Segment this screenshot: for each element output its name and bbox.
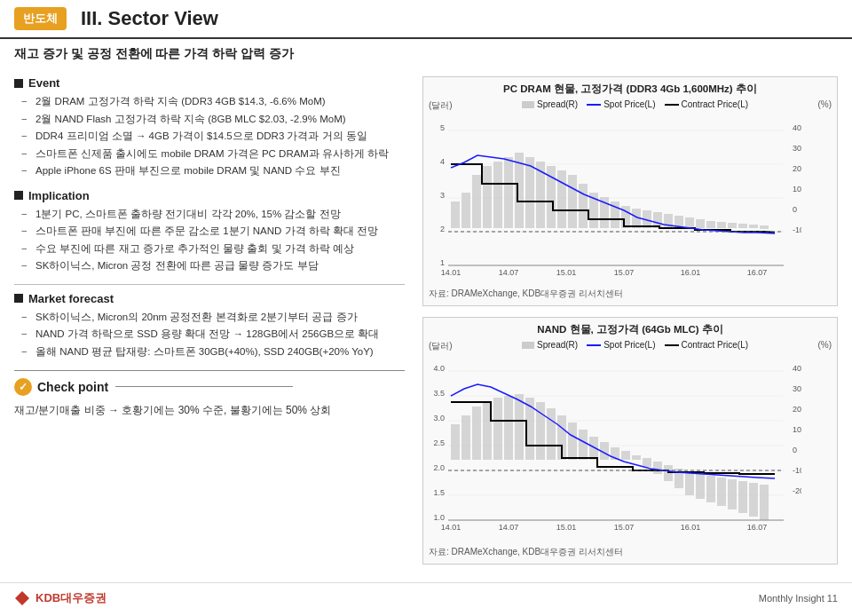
svg-text:0: 0 xyxy=(793,446,797,454)
list-item: 수요 부진에 따른 재고 증가로 추가적인 물량 출회 및 가격 하락 예상 xyxy=(21,241,405,258)
chart2-y-right-label: (%) xyxy=(817,340,832,350)
svg-rect-94 xyxy=(653,462,662,474)
chart1-source: 자료: DRAMeXchange, KDB대우증권 리서치센터 xyxy=(429,288,832,300)
legend-spread2-box xyxy=(522,342,534,349)
svg-rect-44 xyxy=(749,225,758,228)
svg-text:5: 5 xyxy=(440,123,445,132)
legend-spot-line xyxy=(587,104,601,106)
svg-text:1.0: 1.0 xyxy=(433,513,445,522)
svg-text:16.07: 16.07 xyxy=(747,268,768,277)
svg-text:4.0: 4.0 xyxy=(433,364,445,373)
chart1-svg: 5 4 3 2 1 40 30 20 10 0 -10 xyxy=(429,113,801,281)
svg-text:4: 4 xyxy=(440,157,445,166)
divider xyxy=(14,284,405,285)
svg-rect-92 xyxy=(632,455,641,460)
legend-item-spread2: Spread(R) xyxy=(522,340,578,350)
svg-rect-19 xyxy=(483,166,492,228)
check-point-title: ✓ Check point xyxy=(14,378,405,396)
svg-text:-10: -10 xyxy=(793,466,801,475)
svg-marker-113 xyxy=(15,591,29,605)
svg-rect-28 xyxy=(579,184,588,228)
svg-rect-26 xyxy=(557,170,566,228)
legend-item-spot2: Spot Price(L) xyxy=(587,340,655,350)
list-item: Apple iPhone 6S 판매 부진으로 mobile DRAM 및 NA… xyxy=(21,162,405,180)
list-item: 스마트폰 신제품 출시에도 mobile DRAM 가격은 PC DRAM과 유… xyxy=(21,146,405,163)
svg-text:10: 10 xyxy=(793,185,801,193)
legend-item-contract: Contract Price(L) xyxy=(665,99,749,109)
check-point-section: ✓ Check point 재고/분기매출 비중 → 호황기에는 30% 수준,… xyxy=(14,370,405,419)
list-item: 2월 DRAM 고정가격 하락 지속 (DDR3 4GB $14.3, -6.6… xyxy=(21,93,405,111)
legend-item-spread: Spread(R) xyxy=(522,99,578,109)
svg-text:16.01: 16.01 xyxy=(681,268,701,277)
svg-rect-27 xyxy=(568,175,577,228)
chart1-y-left-label: (달러) xyxy=(429,99,453,112)
svg-rect-40 xyxy=(706,221,715,228)
implication-square-icon xyxy=(14,191,23,200)
chart2-y-left-label: (달러) xyxy=(429,340,453,352)
chart2-box: NAND 현물, 고정가격 (64Gb MLC) 추이 (달러) Spread(… xyxy=(422,317,838,565)
svg-rect-17 xyxy=(462,193,470,228)
svg-rect-79 xyxy=(493,398,502,460)
svg-rect-101 xyxy=(728,479,737,509)
svg-rect-102 xyxy=(738,481,747,513)
left-column: Event 2월 DRAM 고정가격 하락 지속 (DDR3 4GB $14.3… xyxy=(14,76,405,575)
svg-text:-10: -10 xyxy=(793,225,801,234)
event-list: 2월 DRAM 고정가격 하락 지속 (DDR3 4GB $14.3, -6.6… xyxy=(14,93,405,180)
svg-rect-38 xyxy=(685,217,694,228)
svg-text:14.01: 14.01 xyxy=(441,523,462,532)
legend-item-contract2: Contract Price(L) xyxy=(665,340,749,350)
implication-section: Implication 1분기 PC, 스마트폰 출하량 전기대비 각각 20%… xyxy=(14,189,405,275)
list-item: 올해 NAND 평균 탑재량: 스마트폰 30GB(+40%), SSD 240… xyxy=(21,344,405,361)
legend-item-spot: Spot Price(L) xyxy=(587,99,655,109)
event-title: Event xyxy=(14,76,405,90)
legend-spread2-label: Spread(R) xyxy=(537,340,578,350)
svg-text:10: 10 xyxy=(793,425,801,434)
svg-rect-84 xyxy=(547,408,556,460)
list-item: SK하이닉스, Micron 공정 전환에 따른 공급 물량 증가도 부담 xyxy=(21,257,405,275)
svg-text:16.07: 16.07 xyxy=(747,523,768,532)
svg-rect-87 xyxy=(579,430,588,460)
svg-text:3.5: 3.5 xyxy=(433,389,445,398)
legend-spot2-label: Spot Price(L) xyxy=(604,340,655,350)
svg-text:20: 20 xyxy=(793,405,801,414)
header: 반도체 III. Sector View xyxy=(0,0,852,39)
svg-text:15.01: 15.01 xyxy=(556,268,577,277)
market-forecast-title: Market forecast xyxy=(14,292,405,305)
legend-contract2-line xyxy=(665,344,679,346)
svg-rect-86 xyxy=(568,423,577,460)
market-forecast-list: SK하이닉스, Micron의 20nm 공정전환 본격화로 2분기부터 공급 … xyxy=(14,309,405,361)
legend-spot-label: Spot Price(L) xyxy=(604,99,655,109)
svg-text:1: 1 xyxy=(440,258,445,267)
svg-text:15.01: 15.01 xyxy=(556,523,577,532)
list-item: SK하이닉스, Micron의 20nm 공정전환 본격화로 2분기부터 공급 … xyxy=(21,309,405,327)
chart2-legend: Spread(R) Spot Price(L) Contract Price(L… xyxy=(522,340,748,350)
svg-rect-77 xyxy=(472,407,481,460)
svg-rect-20 xyxy=(493,162,502,228)
header-title: III. Sector View xyxy=(81,7,218,30)
svg-text:14.07: 14.07 xyxy=(499,523,519,532)
svg-rect-99 xyxy=(706,476,715,502)
svg-rect-103 xyxy=(749,483,758,517)
svg-rect-76 xyxy=(462,415,470,460)
svg-rect-18 xyxy=(472,175,481,228)
legend-spread-box xyxy=(522,101,534,108)
svg-text:16.01: 16.01 xyxy=(681,523,701,532)
svg-text:2.0: 2.0 xyxy=(433,463,445,472)
svg-text:14.01: 14.01 xyxy=(441,268,462,277)
svg-text:15.07: 15.07 xyxy=(614,523,635,532)
svg-text:0: 0 xyxy=(793,205,797,214)
legend-contract2-label: Contract Price(L) xyxy=(682,340,749,350)
chart2-svg-container: 4.0 3.5 3.0 2.5 2.0 1.5 1.0 40 30 20 10 … xyxy=(429,353,832,542)
main-layout: Event 2월 DRAM 고정가격 하락 지속 (DDR3 4GB $14.3… xyxy=(0,76,852,575)
header-badge: 반도체 xyxy=(14,7,67,30)
event-section: Event 2월 DRAM 고정가격 하락 지속 (DDR3 4GB $14.3… xyxy=(14,76,405,180)
svg-rect-39 xyxy=(696,219,705,228)
footer: KDB대우증권 Monthly Insight 11 xyxy=(0,582,852,613)
list-item: 1분기 PC, 스마트폰 출하량 전기대비 각각 20%, 15% 감소할 전망 xyxy=(21,206,405,224)
svg-text:-20: -20 xyxy=(793,486,801,495)
chart1-title: PC DRAM 현물, 고정가격 (DDR3 4Gb 1,600MHz) 추이 xyxy=(429,83,832,96)
main-title: 재고 증가 및 공정 전환에 따른 가격 하락 압력 증가 xyxy=(14,46,838,62)
legend-spot2-line xyxy=(587,344,601,346)
check-point-text: 재고/분기매출 비중 → 호황기에는 30% 수준, 불황기에는 50% 상회 xyxy=(14,401,405,419)
chart1-svg-container: 5 4 3 2 1 40 30 20 10 0 -10 xyxy=(429,113,832,284)
